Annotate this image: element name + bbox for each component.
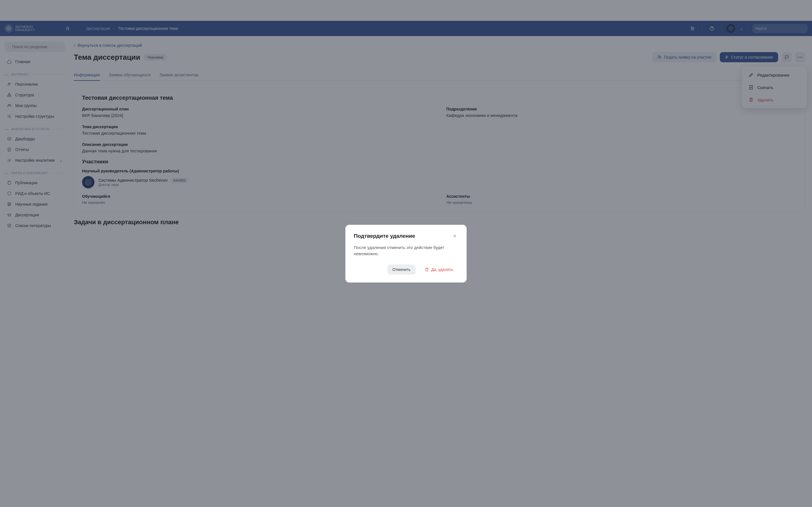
- confirm-delete-button[interactable]: Да, удалить: [419, 265, 458, 275]
- modal-overlay[interactable]: Подтвердите удаление После удаления отме…: [0, 0, 812, 507]
- confirm-delete-modal: Подтвердите удаление После удаления отме…: [345, 225, 467, 283]
- cancel-button[interactable]: Отменить: [388, 265, 416, 275]
- modal-body: После удаления отменить это действие буд…: [354, 244, 458, 257]
- close-icon[interactable]: [451, 233, 458, 239]
- trash-icon: [424, 267, 429, 272]
- modal-title: Подтвердите удаление: [354, 233, 415, 239]
